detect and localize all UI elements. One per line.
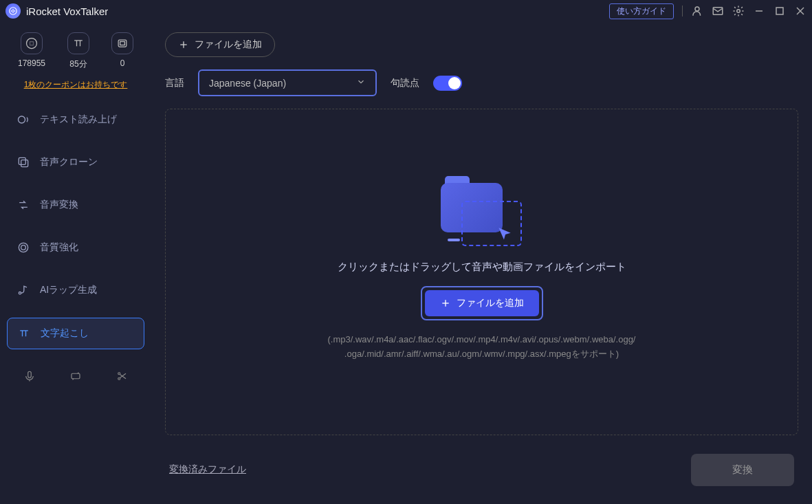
- svg-rect-15: [19, 157, 25, 164]
- gear-icon[interactable]: [732, 5, 745, 17]
- user-icon[interactable]: [691, 5, 703, 17]
- toolbar: ファイルを追加: [165, 32, 798, 57]
- transcribe-icon: [17, 327, 31, 340]
- stat-items: 0: [111, 32, 133, 70]
- svg-rect-20: [28, 371, 32, 377]
- clone-icon: [17, 155, 30, 169]
- titlebar: iRocket VoxTalker 使い方ガイド: [0, 0, 812, 22]
- stat-minutes: 85分: [67, 32, 89, 70]
- dropzone-title: クリックまたはドラッグして音声や動画ファイルをインポート: [338, 261, 626, 274]
- language-select[interactable]: Japanese (Japan): [198, 69, 377, 96]
- nav-label: テキスト読み上げ: [40, 113, 117, 126]
- punctuation-toggle[interactable]: [433, 76, 462, 91]
- nav-tts[interactable]: テキスト読み上げ: [7, 105, 144, 135]
- svg-rect-8: [776, 8, 783, 14]
- main-content: ファイルを追加 言語 Japanese (Japan) 句読点: [151, 22, 812, 504]
- loop-icon[interactable]: [69, 370, 82, 385]
- minimize-icon[interactable]: [753, 5, 765, 17]
- stat-value: 178955: [18, 58, 45, 68]
- svg-point-17: [19, 243, 28, 252]
- svg-point-11: [27, 39, 37, 49]
- mic-icon[interactable]: [23, 370, 36, 385]
- scissors-icon[interactable]: [116, 370, 128, 385]
- enhance-icon: [17, 241, 30, 254]
- dropzone-button-label: ファイルを追加: [457, 297, 524, 309]
- add-file-button[interactable]: ファイルを追加: [165, 32, 275, 57]
- svg-rect-21: [72, 373, 80, 379]
- language-value: Japanese (Japan): [209, 78, 286, 89]
- minutes-icon: [67, 32, 89, 54]
- sidebar: 178955 85分 0 1枚のクーポンはお持ちです テキスト読: [0, 22, 151, 504]
- svg-rect-12: [118, 40, 127, 47]
- stat-value: 85分: [67, 58, 89, 70]
- app-title: iRocket VoxTalker: [26, 6, 108, 17]
- svg-point-14: [19, 116, 25, 123]
- folder-icon: [441, 183, 523, 248]
- stat-chars: 178955: [18, 32, 45, 70]
- nav-label: 文字起こし: [41, 327, 89, 340]
- mail-icon[interactable]: [712, 5, 724, 17]
- svg-point-22: [118, 373, 120, 375]
- chars-icon: [21, 32, 43, 54]
- rap-icon: [17, 283, 30, 297]
- convert-button[interactable]: 変換: [691, 454, 794, 486]
- dropzone-button-highlight: ファイルを追加: [421, 286, 543, 320]
- footer: 変換済みファイル 変換: [165, 446, 798, 494]
- svg-point-18: [21, 245, 26, 250]
- stat-value: 0: [111, 58, 133, 68]
- language-label: 言語: [165, 77, 184, 89]
- guide-button[interactable]: 使い方ガイド: [609, 3, 674, 19]
- svg-point-6: [737, 10, 740, 13]
- items-icon: [111, 32, 133, 54]
- chevron-down-icon: [356, 77, 366, 89]
- svg-point-19: [19, 292, 21, 294]
- punctuation-label: 句読点: [391, 77, 419, 89]
- svg-rect-13: [120, 42, 125, 45]
- svg-point-23: [118, 377, 120, 380]
- converted-files-link[interactable]: 変換済みファイル: [169, 463, 246, 476]
- close-icon[interactable]: [794, 5, 806, 17]
- nav-enhance[interactable]: 音質強化: [7, 232, 144, 263]
- nav-label: 音声変換: [40, 199, 78, 211]
- svg-point-4: [695, 7, 699, 11]
- dropzone-add-button[interactable]: ファイルを追加: [425, 290, 539, 316]
- supported-formats: (.mp3/.wav/.m4a/.aac/.flac/.ogv/.mov/.mp…: [328, 333, 636, 362]
- dropzone[interactable]: クリックまたはドラッグして音声や動画ファイルをインポート ファイルを追加 (.m…: [165, 109, 798, 435]
- svg-rect-16: [21, 160, 28, 167]
- titlebar-right: 使い方ガイド: [609, 3, 806, 19]
- add-file-label: ファイルを追加: [195, 39, 262, 51]
- tts-icon: [17, 113, 30, 127]
- nav-rap[interactable]: AIラップ生成: [7, 275, 144, 305]
- app-logo-icon: [6, 3, 21, 19]
- nav-transcribe[interactable]: 文字起こし: [7, 318, 144, 349]
- nav-convert[interactable]: 音声変換: [7, 190, 144, 220]
- titlebar-left: iRocket VoxTalker: [6, 3, 108, 19]
- nav-label: AIラップ生成: [40, 284, 97, 296]
- nav-label: 音声クローン: [40, 156, 98, 168]
- nav-clone[interactable]: 音声クローン: [7, 147, 144, 177]
- maximize-icon[interactable]: [773, 5, 786, 17]
- convert-icon: [17, 198, 30, 212]
- nav-label: 音質強化: [40, 241, 78, 254]
- coupon-link[interactable]: 1枚のクーポンはお持ちです: [7, 79, 144, 91]
- divider: [682, 6, 683, 17]
